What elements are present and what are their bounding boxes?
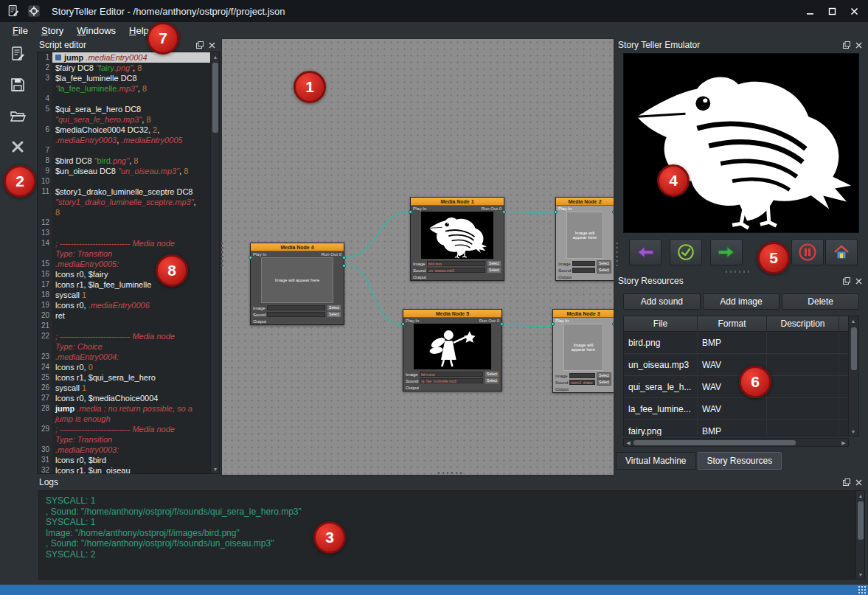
code-line[interactable]: 27lcons r0, $mediaChoice0004: [38, 393, 210, 403]
code-line[interactable]: 26syscall 1: [38, 383, 210, 393]
minimize-button[interactable]: [799, 2, 821, 20]
select-button[interactable]: Select: [327, 305, 341, 311]
input-pin[interactable]: [401, 322, 405, 326]
code-line[interactable]: 23.mediaEntry0004:: [38, 352, 210, 362]
logs-scrollbar[interactable]: ▲ ▼: [855, 491, 864, 579]
input-pin[interactable]: [409, 210, 412, 214]
node-title[interactable]: Media Node 3: [553, 310, 614, 318]
emulator-dock-titlebar[interactable]: Story Teller Emulator: [614, 38, 868, 52]
pause-button[interactable]: [791, 239, 824, 265]
code-line[interactable]: 29; -------------------------- Media nod…: [38, 424, 210, 434]
code-line[interactable]: 8: [38, 207, 210, 218]
titlebar[interactable]: StoryTeller Editor - /home/anthony/ostpr…: [0, 0, 868, 22]
output-pin[interactable]: [502, 210, 506, 214]
scroll-up-icon[interactable]: ▲: [849, 316, 858, 325]
code-line[interactable]: "qui_sera_le_hero.mp3", 8: [38, 114, 210, 125]
media-node[interactable]: Media Node 3Play InImage will appear her…: [552, 309, 614, 393]
previous-button[interactable]: [629, 239, 662, 265]
delete-button[interactable]: Delete: [782, 293, 859, 310]
code-line[interactable]: 13: [38, 228, 210, 238]
select-button[interactable]: Select: [597, 372, 611, 379]
code-line[interactable]: 12: [38, 218, 210, 228]
new-script-button[interactable]: [6, 43, 29, 65]
splitter-editor-canvas[interactable]: [221, 241, 224, 269]
code-line[interactable]: 22; -------------------------- Media nod…: [38, 331, 210, 341]
media-node[interactable]: Media Node 1Play InRun Out 0Imagebird.pn…: [410, 197, 504, 281]
code-line[interactable]: 14; -------------------------- Media nod…: [38, 238, 210, 248]
column-header-format[interactable]: Format: [698, 316, 767, 331]
resize-grip-icon[interactable]: [858, 585, 866, 594]
node-title[interactable]: Media Node 2: [556, 198, 614, 206]
tab-virtual-machine[interactable]: Virtual Machine: [616, 452, 696, 470]
code-line[interactable]: 6$mediaChoice0004 DC32, 2,: [38, 125, 210, 135]
node-connection[interactable]: [344, 212, 410, 257]
code-line[interactable]: 28jump .media ; no return possible, so a: [38, 403, 210, 414]
select-button[interactable]: Select: [597, 260, 611, 267]
ok-button[interactable]: [670, 239, 702, 265]
code-line[interactable]: 2$fairy DC8 "fairy.png", 8: [38, 63, 210, 73]
code-line[interactable]: 25lcons r1, $qui_sera_le_hero: [38, 372, 210, 383]
media-node[interactable]: Media Node 2Play InImage will appear her…: [555, 197, 614, 281]
tab-story-resources[interactable]: Story Resources: [698, 452, 782, 470]
node-title[interactable]: Media Node 1: [411, 198, 504, 206]
close-dock-icon[interactable]: [853, 40, 864, 50]
script-editor[interactable]: 1jump .mediaEntry00042$fairy DC8 "fairy.…: [37, 52, 220, 474]
code-line[interactable]: 18syscall 1: [38, 290, 210, 300]
close-dock-icon[interactable]: [853, 477, 864, 487]
menu-story[interactable]: Story: [35, 24, 70, 38]
scroll-down-icon[interactable]: ▼: [856, 570, 865, 579]
scroll-down-icon[interactable]: ▼: [849, 427, 858, 436]
code-line[interactable]: 7: [38, 145, 210, 156]
node-connection[interactable]: [504, 212, 555, 213]
table-row[interactable]: la_fee_lumine...WAV: [624, 398, 858, 420]
scroll-down-icon[interactable]: ▼: [211, 464, 220, 473]
code-line[interactable]: 31lcons r0, $bird: [38, 455, 210, 465]
scroll-left-icon[interactable]: ◀: [624, 439, 633, 447]
input-pin[interactable]: [249, 256, 252, 260]
resources-dock-titlebar[interactable]: Story Resources: [614, 274, 868, 288]
code-line[interactable]: Type: Transition: [38, 248, 210, 259]
select-button[interactable]: Select: [487, 260, 501, 267]
table-row[interactable]: fairy.pngBMP: [624, 420, 858, 436]
output-pin[interactable]: [500, 322, 504, 326]
menu-windows[interactable]: Windows: [70, 24, 122, 38]
scroll-up-icon[interactable]: ▲: [211, 52, 220, 61]
open-project-button[interactable]: [6, 105, 29, 127]
code-line[interactable]: 21: [38, 321, 210, 331]
code-line[interactable]: 20ret: [38, 310, 210, 321]
code-line[interactable]: jump is enough: [38, 414, 210, 424]
code-line[interactable]: Type: Transition: [38, 434, 210, 445]
code-line[interactable]: 32lcons r1, $un_oiseau: [38, 465, 210, 473]
close-project-button[interactable]: [6, 136, 29, 158]
column-header-file[interactable]: File: [624, 316, 698, 331]
menu-file[interactable]: File: [6, 24, 35, 38]
code-line[interactable]: 9$un_oiseau DC8 "un_oiseau.mp3", 8: [38, 166, 210, 176]
code-line[interactable]: 10: [38, 176, 210, 187]
code-line[interactable]: "la_fee_luminelle.mp3", 8: [38, 83, 210, 94]
table-horizontal-scrollbar[interactable]: ◀ ▶: [623, 438, 849, 447]
float-dock-icon[interactable]: [841, 40, 852, 50]
media-node[interactable]: Media Node 4Play InRun Out 0Image will a…: [250, 243, 344, 325]
editor-scrollbar[interactable]: ▲ ▼: [210, 52, 219, 473]
home-button[interactable]: [825, 239, 858, 265]
code-line[interactable]: 4: [38, 94, 210, 104]
code-line[interactable]: Type: Choice: [38, 341, 210, 352]
code-line[interactable]: 8$bird DC8 "bird.png", 8: [38, 156, 210, 166]
input-pin[interactable]: [551, 322, 555, 326]
select-button[interactable]: Select: [597, 267, 611, 274]
float-dock-icon[interactable]: [841, 477, 852, 487]
next-button[interactable]: [710, 239, 743, 265]
input-pin[interactable]: [554, 210, 558, 214]
media-node[interactable]: Media Node 5Play InRun Out 0Imagefairy.p…: [403, 309, 502, 392]
column-header-description[interactable]: Description: [767, 316, 839, 331]
splitter-canvas-logs[interactable]: [437, 471, 465, 475]
add-image-button[interactable]: Add image: [703, 293, 780, 310]
code-line[interactable]: 19lcons r0, .mediaEntry0006: [38, 300, 210, 310]
float-dock-icon[interactable]: [841, 276, 852, 286]
code-line[interactable]: 1jump .mediaEntry0004: [38, 52, 210, 63]
select-button[interactable]: Select: [485, 377, 499, 384]
close-button[interactable]: [843, 2, 865, 20]
scrollbar-thumb[interactable]: [851, 327, 857, 370]
select-button[interactable]: Select: [327, 311, 341, 318]
close-dock-icon[interactable]: [853, 276, 864, 286]
